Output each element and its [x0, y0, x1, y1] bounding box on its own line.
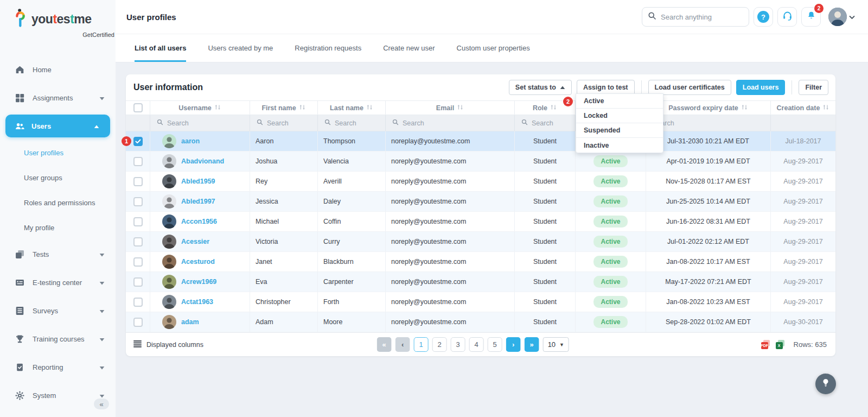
table-row-Abadvionand[interactable]: AbadvionandJoshuaValencianoreply@youtest… [126, 151, 835, 172]
username-link[interactable]: Acrew1969 [181, 278, 216, 286]
column-filter-email[interactable]: Search [386, 115, 515, 131]
checkbox[interactable] [133, 157, 143, 166]
page-button-3[interactable]: 3 [451, 337, 465, 352]
column-filter-role[interactable]: Search [515, 115, 576, 131]
column-header-password-expiry-date[interactable]: Password expiry date [646, 101, 771, 115]
checkbox[interactable] [133, 298, 143, 307]
sidebar-subitem-user-groups[interactable]: User groups [0, 165, 116, 190]
displayed-columns-button[interactable]: Displayed columns [133, 340, 203, 349]
sort-icon[interactable] [214, 104, 221, 112]
column-header-last-name[interactable]: Last name [318, 101, 386, 115]
global-search-input[interactable] [661, 13, 737, 21]
sidebar-subitem-roles-and-permissions[interactable]: Roles and permissions [0, 190, 116, 215]
previous-page-button[interactable]: ‹ [395, 337, 410, 352]
global-search[interactable] [642, 7, 749, 27]
sidebar-item-tests[interactable]: Tests [0, 240, 116, 268]
page-button-4[interactable]: 4 [469, 337, 484, 352]
tab-users-created-by-me[interactable]: Users created by me [208, 34, 273, 62]
status-menu-item-suspended[interactable]: Suspended [576, 123, 663, 138]
table-row-Accon1956[interactable]: Accon1956MichaelCoffinnoreply@youtestme.… [126, 212, 835, 232]
status-menu-item-inactive[interactable]: Inactive [576, 138, 663, 153]
select-all-checkbox[interactable] [126, 101, 150, 115]
tab-registration-requests[interactable]: Registration requests [295, 34, 361, 62]
last-page-button[interactable]: » [525, 337, 539, 352]
help-icon: ? [757, 11, 769, 23]
checkbox[interactable] [133, 103, 143, 112]
table-row-Acessier[interactable]: AcessierVictoriaCurrynoreply@youtestme.c… [126, 232, 835, 252]
username-link[interactable]: Abled1959 [181, 178, 215, 185]
tab-list-of-all-users[interactable]: List of all users [135, 34, 186, 62]
page-size-select[interactable]: 10▼ [543, 337, 569, 352]
username-link[interactable]: Acessier [181, 238, 209, 245]
table-row-Acesturod[interactable]: AcesturodJanetBlackburnnoreply@youtestme… [126, 252, 835, 272]
sort-icon[interactable] [299, 104, 306, 112]
column-filter-password-expiry-date[interactable]: Search [646, 115, 771, 131]
sidebar-item-surveys[interactable]: Surveys [0, 296, 116, 325]
column-filter-username[interactable]: Search [150, 115, 250, 131]
status-menu-item-locked[interactable]: Locked [576, 109, 663, 123]
help-button[interactable]: ? [754, 7, 773, 27]
support-button[interactable] [777, 7, 797, 27]
sort-icon[interactable] [550, 104, 557, 112]
user-menu[interactable] [828, 8, 855, 26]
sort-icon[interactable] [457, 104, 464, 112]
checkbox[interactable] [133, 237, 143, 247]
column-filter-last-name[interactable]: Search [318, 115, 386, 131]
sidebar-collapse-button[interactable]: « [94, 399, 109, 409]
table-row-Abled1959[interactable]: Abled1959ReyAverillnoreply@youtestme.com… [126, 172, 835, 192]
hints-fab-button[interactable] [815, 374, 836, 394]
table-row-Actat1963[interactable]: Actat1963ChristopherForthnoreply@youtest… [126, 292, 835, 312]
column-header-username[interactable]: Username [150, 101, 250, 115]
username-link[interactable]: adam [181, 318, 199, 326]
first-page-button[interactable]: « [377, 337, 392, 352]
sort-icon[interactable] [366, 104, 373, 112]
sort-icon[interactable] [741, 104, 748, 112]
sidebar-item-e-testing-center[interactable]: E-testing center [0, 268, 116, 296]
assign-to-test-button[interactable]: Assign to test [577, 80, 635, 95]
checkbox[interactable] [133, 257, 143, 267]
column-header-first-name[interactable]: First name [250, 101, 318, 115]
table-row-Abled1997[interactable]: Abled1997JessicaDaleynoreply@youtestme.c… [126, 192, 835, 212]
load-user-certificates-button[interactable]: Load user certificates [648, 80, 731, 95]
notifications-button[interactable]: 2 [801, 7, 821, 27]
checkbox[interactable] [133, 277, 143, 287]
filter-button[interactable]: Filter [799, 80, 828, 95]
sidebar-item-assignments[interactable]: Assignments [0, 84, 116, 112]
tab-custom-user-properties[interactable]: Custom user properties [457, 34, 530, 62]
sidebar-item-training-courses[interactable]: Training courses [0, 325, 116, 353]
sidebar-item-users[interactable]: Users [5, 115, 110, 137]
next-page-button[interactable]: › [506, 337, 521, 352]
sort-icon[interactable] [822, 104, 829, 112]
load-users-button[interactable]: Load users [736, 80, 786, 95]
set-status-button[interactable]: Set status to [509, 80, 572, 95]
username-link[interactable]: Accon1956 [181, 218, 217, 225]
export-pdf-icon[interactable]: PDF [761, 340, 770, 349]
brand-logo[interactable]: youtestme GetCertified [0, 0, 116, 48]
sidebar-item-reporting[interactable]: Reporting [0, 353, 116, 381]
checkbox[interactable] [133, 318, 143, 327]
column-header-email[interactable]: Email [386, 101, 515, 115]
tab-create-new-user[interactable]: Create new user [383, 34, 435, 62]
status-menu-item-active[interactable]: Active [576, 94, 663, 109]
checkbox[interactable] [133, 177, 143, 186]
column-filter-first-name[interactable]: Search [250, 115, 318, 131]
username-link[interactable]: Actat1963 [181, 298, 213, 306]
table-row-Acrew1969[interactable]: Acrew1969EvaCarpenternoreply@youtestme.c… [126, 272, 835, 292]
username-link[interactable]: Acesturod [181, 258, 215, 266]
checkbox[interactable] [133, 137, 143, 146]
username-link[interactable]: Abadvionand [181, 157, 224, 165]
sidebar-subitem-user-profiles[interactable]: User profiles [0, 140, 116, 165]
sidebar-item-home[interactable]: Home [0, 55, 116, 84]
username-link[interactable]: Abled1997 [181, 198, 215, 205]
sidebar-subitem-my-profile[interactable]: My profile [0, 215, 116, 240]
table-row-adam[interactable]: adamAdamMoorenoreply@youtestme.comStuden… [126, 312, 835, 332]
page-button-5[interactable]: 5 [488, 337, 502, 352]
username-link[interactable]: aaron [181, 137, 200, 145]
table-row-aaron[interactable]: 1aaronAaronThompsonnoreplay@youtestme.co… [126, 131, 835, 151]
page-button-1[interactable]: 1 [414, 337, 429, 352]
column-header-creation-date[interactable]: Creation date [771, 101, 835, 115]
checkbox[interactable] [133, 217, 143, 226]
checkbox[interactable] [133, 197, 143, 206]
page-button-2[interactable]: 2 [432, 337, 447, 352]
export-excel-icon[interactable]: X [776, 340, 785, 349]
